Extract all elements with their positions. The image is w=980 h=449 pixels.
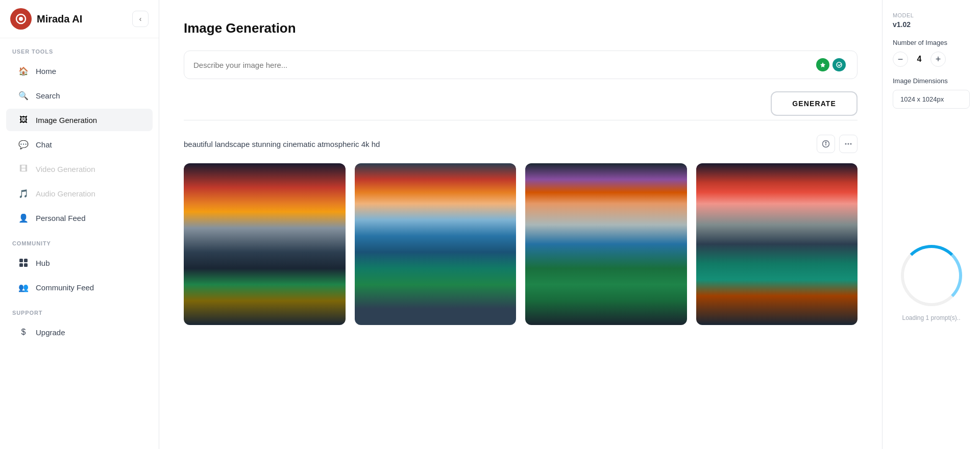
dimensions-input[interactable] xyxy=(893,90,970,109)
sidebar-item-image-generation[interactable]: 🖼 Image Generation xyxy=(6,109,153,131)
upgrade-label: Upgrade xyxy=(36,328,65,337)
sidebar-item-upgrade[interactable]: $ Upgrade xyxy=(6,321,153,343)
chat-label: Chat xyxy=(36,140,52,149)
num-images-value: 4 xyxy=(914,55,924,64)
community-label: COMMUNITY xyxy=(0,230,159,251)
audio-generation-icon: 🎵 xyxy=(18,188,29,198)
search-label: Search xyxy=(36,91,60,100)
loading-spinner xyxy=(901,245,962,306)
home-icon: 🏠 xyxy=(18,66,29,76)
svg-rect-2 xyxy=(19,259,23,262)
result-section: beautiful landscape stunning cinematic a… xyxy=(184,120,857,325)
svg-point-11 xyxy=(848,143,849,145)
dimensions-label: Image Dimensions xyxy=(893,77,970,85)
svg-rect-4 xyxy=(19,263,23,267)
generated-image-4[interactable] xyxy=(696,163,858,325)
result-prompt-text: beautiful landscape stunning cinematic a… xyxy=(184,140,380,148)
main-content: Image Generation GENERATE beautiful land… xyxy=(159,0,882,449)
svg-rect-3 xyxy=(24,259,28,262)
prompt-icons xyxy=(816,58,846,71)
sidebar-item-home[interactable]: 🏠 Home xyxy=(6,60,153,82)
sidebar-item-chat[interactable]: 💬 Chat xyxy=(6,133,153,156)
hub-icon xyxy=(18,258,29,268)
sidebar: Mirada AI ‹ USER TOOLS 🏠 Home 🔍 Search 🖼… xyxy=(0,0,159,449)
app-name: Mirada AI xyxy=(37,13,82,25)
hub-label: Hub xyxy=(36,259,50,267)
personal-feed-icon: 👤 xyxy=(18,213,29,223)
page-title: Image Generation xyxy=(184,20,857,36)
sidebar-item-community-feed[interactable]: 👥 Community Feed xyxy=(6,276,153,298)
community-feed-icon: 👥 xyxy=(18,282,29,292)
prompt-icon-teal[interactable] xyxy=(832,58,846,71)
chat-icon: 💬 xyxy=(18,139,29,149)
sidebar-header: Mirada AI ‹ xyxy=(0,0,159,38)
prompt-icon-green[interactable] xyxy=(816,58,829,71)
home-label: Home xyxy=(36,67,56,76)
more-options-button[interactable] xyxy=(839,135,857,153)
generated-image-2[interactable] xyxy=(355,163,517,325)
num-images-control: − 4 + xyxy=(893,52,970,67)
video-generation-label: Video Generation xyxy=(36,165,95,173)
result-header: beautiful landscape stunning cinematic a… xyxy=(184,135,857,153)
svg-point-12 xyxy=(850,143,852,145)
num-images-minus-button[interactable]: − xyxy=(893,52,908,67)
right-panel: MODEL v1.02 Number of Images − 4 + Image… xyxy=(882,0,980,449)
generated-image-1[interactable] xyxy=(184,163,346,325)
image-generation-icon: 🖼 xyxy=(18,115,29,125)
sidebar-item-audio-generation: 🎵 Audio Generation xyxy=(6,182,153,205)
user-tools-label: USER TOOLS xyxy=(0,38,159,59)
generate-button[interactable]: GENERATE xyxy=(771,91,857,116)
svg-point-6 xyxy=(837,62,842,67)
svg-point-1 xyxy=(19,17,23,21)
sidebar-item-personal-feed[interactable]: 👤 Personal Feed xyxy=(6,207,153,229)
model-label: MODEL xyxy=(893,12,970,18)
loading-area: Loading 1 prompt(s).. xyxy=(893,109,970,437)
generated-image-3[interactable] xyxy=(525,163,687,325)
result-actions xyxy=(817,135,857,153)
svg-point-10 xyxy=(845,143,847,145)
logo-icon xyxy=(10,8,32,30)
model-value: v1.02 xyxy=(893,20,970,29)
prompt-input[interactable] xyxy=(193,61,816,69)
search-icon: 🔍 xyxy=(18,90,29,101)
support-label: SUPPORT xyxy=(0,300,159,320)
images-grid xyxy=(184,163,857,325)
sidebar-item-video-generation: 🎞 Video Generation xyxy=(6,158,153,180)
video-generation-icon: 🎞 xyxy=(18,164,29,174)
info-button[interactable] xyxy=(817,135,835,153)
svg-point-9 xyxy=(825,142,826,143)
prompt-bar xyxy=(184,51,857,79)
loading-text: Loading 1 prompt(s).. xyxy=(902,314,960,321)
num-images-plus-button[interactable]: + xyxy=(930,52,946,67)
personal-feed-label: Personal Feed xyxy=(36,214,86,222)
logo-area: Mirada AI xyxy=(10,8,82,30)
audio-generation-label: Audio Generation xyxy=(36,189,95,198)
collapse-button[interactable]: ‹ xyxy=(132,11,149,27)
sidebar-item-hub[interactable]: Hub xyxy=(6,252,153,274)
num-images-label: Number of Images xyxy=(893,39,970,46)
sidebar-item-search[interactable]: 🔍 Search xyxy=(6,84,153,107)
upgrade-icon: $ xyxy=(18,327,29,337)
community-feed-label: Community Feed xyxy=(36,283,94,292)
image-generation-label: Image Generation xyxy=(36,116,97,124)
svg-rect-5 xyxy=(24,263,28,267)
